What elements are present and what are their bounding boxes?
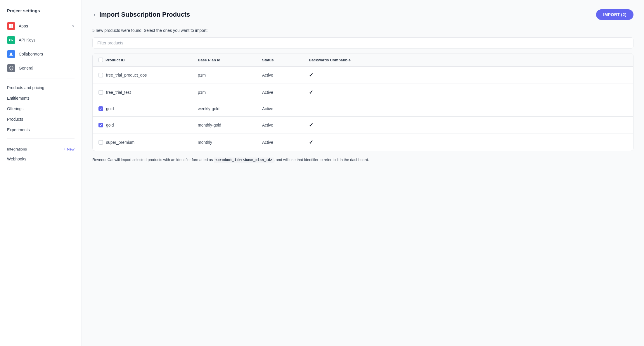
td-product-id-4: super_premium [93, 134, 192, 151]
td-product-id-1: free_trial_test [93, 84, 192, 101]
sidebar-divider-1 [7, 79, 75, 79]
api-keys-label: API Keys [19, 38, 75, 42]
sidebar-item-apps[interactable]: Apps ∨ [0, 19, 82, 33]
new-integration-link[interactable]: + New [64, 147, 75, 151]
svg-rect-0 [9, 24, 11, 26]
status-value-2: Active [262, 106, 273, 111]
td-backwards-1: ✓ [303, 84, 633, 101]
status-value-3: Active [262, 123, 273, 127]
base-plan-value-4: monthly [198, 140, 212, 145]
td-status-2: Active [256, 101, 303, 116]
footer-note-code: <product_id>:<base_plan_id> [214, 158, 273, 163]
td-product-id-3: gold [93, 117, 192, 134]
collaborators-label: Collaborators [19, 52, 75, 56]
api-keys-icon [7, 36, 15, 44]
sidebar-item-general[interactable]: General [0, 61, 82, 75]
svg-point-4 [9, 39, 11, 41]
checkmark-icon: ✓ [309, 72, 313, 78]
info-text: 5 new products were found. Select the on… [92, 28, 633, 33]
apps-chevron-icon: ∨ [72, 24, 75, 28]
td-base-plan-2: weekly-gold [192, 101, 256, 116]
sidebar-item-webhooks[interactable]: Webhooks [0, 154, 82, 164]
filter-input[interactable] [92, 37, 633, 49]
table-row: super_premium monthly Active ✓ [93, 134, 633, 151]
sidebar-item-offerings[interactable]: Offerings [0, 103, 82, 114]
col-header-base-plan-id: Base Plan Id [192, 53, 256, 66]
table-body: free_trial_product_dos p1m Active ✓ free… [93, 67, 633, 151]
base-plan-value-1: p1m [198, 90, 206, 95]
td-backwards-2 [303, 101, 633, 116]
apps-label: Apps [19, 24, 68, 28]
td-status-0: Active [256, 67, 303, 84]
header-row: ‹ Import Subscription Products IMPORT (2… [92, 9, 633, 20]
general-icon [7, 64, 15, 72]
footer-note-before: RevenueCat will import selected products… [92, 158, 214, 162]
td-base-plan-1: p1m [192, 84, 256, 101]
checkmark-icon: ✓ [309, 139, 313, 146]
td-backwards-3: ✓ [303, 117, 633, 134]
col-header-product-id: Product ID [93, 53, 192, 66]
filter-input-wrap [92, 37, 633, 49]
import-button[interactable]: IMPORT (2) [596, 9, 633, 20]
base-plan-value-0: p1m [198, 73, 206, 77]
sidebar-item-products[interactable]: Products [0, 114, 82, 124]
table-row: free_trial_test p1m Active ✓ [93, 84, 633, 101]
td-base-plan-4: monthly [192, 134, 256, 151]
td-status-1: Active [256, 84, 303, 101]
svg-rect-2 [9, 26, 11, 28]
sidebar-integrations-row: Integrations + New [0, 142, 82, 154]
status-value-0: Active [262, 73, 273, 77]
sidebar-item-entitlements[interactable]: Entitlements [0, 93, 82, 103]
status-value-1: Active [262, 90, 273, 95]
checkmark-icon: ✓ [309, 122, 313, 128]
footer-note-after: , and will use that identifier to refer … [274, 158, 369, 162]
row-checkbox-3[interactable] [98, 123, 103, 127]
sidebar-section-products-pricing: Products and pricing [0, 82, 82, 93]
base-plan-value-3: monthly-gold [198, 123, 221, 127]
product-id-value-1: free_trial_test [106, 90, 131, 95]
td-backwards-0: ✓ [303, 67, 633, 84]
apps-icon [7, 22, 15, 30]
row-checkbox-2[interactable] [98, 106, 103, 111]
header-left: ‹ Import Subscription Products [92, 11, 190, 18]
back-button[interactable]: ‹ [92, 11, 96, 18]
back-arrow-icon: ‹ [94, 12, 95, 18]
checkmark-icon: ✓ [309, 89, 313, 96]
general-label: General [19, 66, 75, 70]
page-title: Import Subscription Products [99, 11, 190, 18]
integrations-label: Integrations [7, 147, 27, 151]
col-header-backwards-compatible: Backwards Compatible [303, 53, 633, 66]
row-checkbox-1[interactable] [98, 90, 103, 95]
products-table: Product ID Base Plan Id Status Backwards… [92, 53, 633, 151]
table-row: gold monthly-gold Active ✓ [93, 117, 633, 134]
td-base-plan-0: p1m [192, 67, 256, 84]
row-checkbox-0[interactable] [98, 73, 103, 77]
td-product-id-2: gold [93, 101, 192, 116]
main-content: ‹ Import Subscription Products IMPORT (2… [82, 0, 644, 346]
product-id-value-2: gold [106, 106, 114, 111]
product-id-value-4: super_premium [106, 140, 134, 145]
sidebar: Project settings Apps ∨ API Keys [0, 0, 82, 346]
td-base-plan-3: monthly-gold [192, 117, 256, 134]
td-product-id-0: free_trial_product_dos [93, 67, 192, 84]
sidebar-divider-2 [7, 139, 75, 139]
table-row: gold weekly-gold Active [93, 101, 633, 117]
svg-rect-3 [11, 26, 13, 28]
table-row: free_trial_product_dos p1m Active ✓ [93, 67, 633, 84]
product-id-value-3: gold [106, 123, 114, 127]
td-status-4: Active [256, 134, 303, 151]
sidebar-title: Project settings [0, 8, 82, 19]
td-status-3: Active [256, 117, 303, 134]
svg-rect-1 [11, 24, 13, 26]
base-plan-value-2: weekly-gold [198, 106, 219, 111]
sidebar-item-api-keys[interactable]: API Keys [0, 33, 82, 47]
status-value-4: Active [262, 140, 273, 145]
sidebar-item-experiments[interactable]: Experiments [0, 124, 82, 135]
col-header-status: Status [256, 53, 303, 66]
select-all-checkbox[interactable] [98, 58, 103, 62]
row-checkbox-4[interactable] [98, 140, 103, 145]
td-backwards-4: ✓ [303, 134, 633, 151]
sidebar-item-collaborators[interactable]: Collaborators [0, 47, 82, 61]
footer-note: RevenueCat will import selected products… [92, 157, 633, 163]
table-header: Product ID Base Plan Id Status Backwards… [93, 53, 633, 67]
